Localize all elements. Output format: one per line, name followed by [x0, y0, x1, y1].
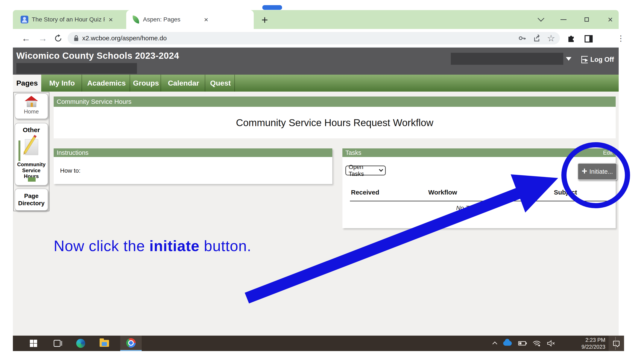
tasks-panel: Tasks Edit Open Tasks + Initiate... Rece…: [342, 148, 616, 228]
new-tab-button[interactable]: +: [262, 13, 268, 26]
task-view-icon: [54, 340, 60, 347]
address-bar[interactable]: x2.wcboe.org/aspen/home.do ☆: [68, 32, 560, 44]
browser-menu-icon[interactable]: ⋮: [617, 29, 625, 48]
close-tab-icon[interactable]: ×: [108, 16, 113, 23]
title-block: Community Service Hours Request Workflow: [54, 107, 616, 138]
tab-title: The Story of an Hour Quiz Period: [32, 16, 105, 23]
instructions-panel: Instructions How to:: [54, 148, 332, 184]
site-header: Wicomico County Schools 2023-2024 Log Of…: [13, 48, 619, 75]
tab-quest[interactable]: Quest: [206, 75, 235, 92]
show-desktop-divider: [615, 337, 616, 350]
share-icon[interactable]: [533, 34, 542, 42]
instructions-header: Instructions: [57, 149, 88, 156]
minimize-icon: [560, 19, 566, 20]
tab-title: Aspen: Pages: [143, 16, 180, 23]
green-indicator: [28, 177, 36, 182]
log-off-button[interactable]: Log Off: [581, 56, 614, 63]
annotation-text: Now click the initiate button.: [54, 237, 251, 255]
user-dropdown-caret-icon[interactable]: [566, 57, 572, 61]
battery-tray-button[interactable]: [515, 336, 529, 351]
page-content: Home Other Community Service Hours Page …: [13, 92, 619, 336]
edge-taskbar-button[interactable]: [73, 336, 88, 351]
task-filter-select[interactable]: Open Tasks: [346, 166, 386, 175]
tasks-header: Tasks: [346, 149, 361, 156]
start-button[interactable]: [26, 336, 41, 351]
plus-icon: +: [582, 166, 587, 176]
password-key-icon[interactable]: [518, 34, 526, 42]
redacted-name-box: [16, 63, 137, 74]
chevron-down-icon: [538, 15, 544, 22]
empty-tasks-text: No Tasks: [456, 205, 481, 211]
side-panel-icon[interactable]: [584, 34, 593, 43]
volume-tray-button[interactable]: [544, 336, 558, 351]
forward-button[interactable]: →: [38, 29, 47, 48]
windows-taskbar: 2:23 PM 9/22/2023: [13, 336, 618, 351]
clock-date: 9/22/2023: [582, 343, 605, 351]
browser-tab-strip: The Story of an Hour Quiz Period × Aspen…: [13, 10, 619, 29]
clock-time: 2:23 PM: [586, 337, 605, 344]
browser-tab-aspen[interactable]: Aspen: Pages ×: [126, 10, 254, 29]
tab-groups[interactable]: Groups: [132, 75, 161, 92]
page-header-bar: Community Service Hours: [54, 96, 616, 107]
leaf-favicon-icon: [132, 15, 140, 23]
browser-tab-quiz[interactable]: The Story of an Hour Quiz Period ×: [20, 10, 124, 29]
url-text: x2.wcboe.org/aspen/home.do: [82, 34, 167, 42]
network-tray-button[interactable]: [530, 336, 544, 351]
edge-icon: [76, 339, 85, 348]
column-workflow[interactable]: Workflow: [428, 189, 457, 196]
tab-academics[interactable]: Academics: [83, 75, 130, 92]
page-directory-button[interactable]: Page Directory: [14, 189, 48, 211]
home-icon: [25, 96, 38, 107]
initiate-button[interactable]: + Initiate...: [578, 163, 617, 180]
extensions-puzzle-icon[interactable]: [567, 34, 576, 43]
refresh-icon: [54, 34, 62, 42]
tray-expand-button[interactable]: [489, 336, 500, 351]
tab-calendar[interactable]: Calendar: [162, 75, 205, 92]
select-chevron-icon: [379, 167, 383, 172]
file-explorer-button[interactable]: [96, 336, 112, 351]
minimize-button[interactable]: [556, 10, 571, 29]
sidebar: Home Other Community Service Hours Page …: [13, 92, 49, 211]
table-header-rule: [350, 201, 614, 201]
sidebar-item-home[interactable]: Home: [14, 93, 48, 119]
edit-link[interactable]: Edit: [603, 149, 613, 156]
notification-center-button[interactable]: [608, 336, 624, 351]
column-subject[interactable]: Subject: [554, 189, 577, 196]
column-task[interactable]: Task: [515, 189, 529, 196]
tab-pages[interactable]: Pages: [13, 75, 41, 92]
task-view-button[interactable]: [49, 336, 65, 351]
bookmark-star-icon[interactable]: ☆: [547, 33, 555, 43]
site-title: Wicomico County Schools 2023-2024: [16, 51, 179, 61]
close-window-button[interactable]: ×: [603, 10, 618, 29]
refresh-button[interactable]: [54, 29, 62, 48]
sidebar-section-other[interactable]: Other Community Service Hours: [14, 123, 48, 186]
blue-artifact-bar: [262, 5, 282, 10]
page-title: Community Service Hours Request Workflow: [236, 117, 433, 128]
tab-my-info[interactable]: My Info: [42, 75, 82, 92]
wifi-icon: [532, 340, 541, 347]
redacted-user-dropdown[interactable]: [451, 53, 563, 65]
chrome-taskbar-button[interactable]: [120, 336, 142, 351]
instructions-body: How to:: [60, 167, 332, 174]
initiate-label: Initiate...: [590, 168, 613, 175]
chevron-up-icon: [492, 342, 498, 347]
back-button[interactable]: ←: [22, 29, 30, 48]
restore-button[interactable]: [579, 10, 594, 29]
file-explorer-icon: [100, 340, 109, 347]
speaker-muted-icon: [546, 340, 555, 347]
column-received[interactable]: Received: [351, 189, 379, 196]
close-tab-icon[interactable]: ×: [204, 16, 208, 23]
windows-logo-icon: [30, 340, 37, 347]
onedrive-tray-button[interactable]: [500, 336, 514, 351]
home-label: Home: [15, 108, 48, 115]
tab-search-button[interactable]: [534, 10, 548, 29]
active-page-marker: [18, 140, 20, 161]
sidebar-item-community-service-hours[interactable]: Community Service Hours: [15, 161, 48, 179]
battery-icon: [518, 341, 526, 346]
site-nav: Pages My Info Academics Groups Calendar …: [13, 75, 619, 92]
log-off-label: Log Off: [590, 56, 614, 63]
chrome-icon: [126, 338, 136, 348]
onedrive-cloud-icon: [503, 341, 512, 346]
taskbar-clock[interactable]: 2:23 PM 9/22/2023: [558, 336, 605, 351]
other-label: Other: [15, 126, 48, 134]
